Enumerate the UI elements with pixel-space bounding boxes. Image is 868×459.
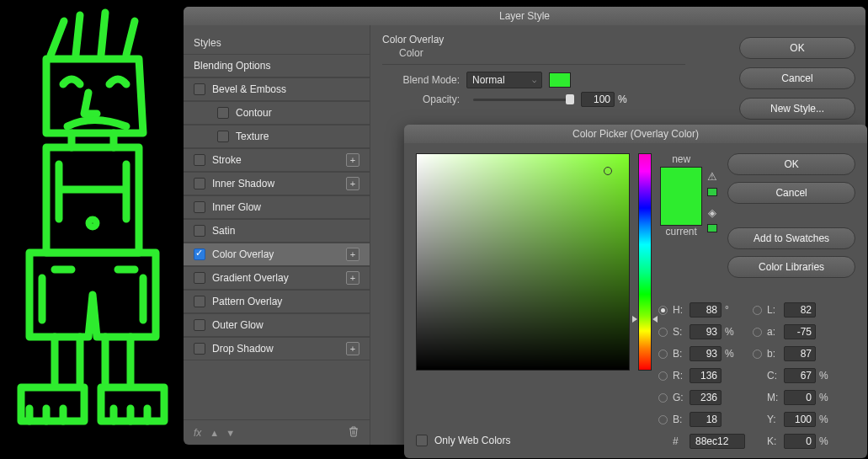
style-item-stroke[interactable]: Stroke+ <box>184 148 370 172</box>
blending-options-item[interactable]: Blending Options <box>184 54 370 77</box>
color-field[interactable] <box>416 153 630 371</box>
new-style-button[interactable]: New Style... <box>739 98 855 120</box>
style-item-label: Pattern Overlay <box>212 296 282 307</box>
style-item-pattern-overlay[interactable]: Pattern Overlay <box>184 290 370 313</box>
r-field[interactable]: 136 <box>690 368 722 383</box>
style-checkbox[interactable] <box>194 296 205 307</box>
l-field[interactable]: 82 <box>784 302 816 318</box>
add-to-swatches-button[interactable]: Add to Swatches <box>727 227 855 249</box>
style-item-label: Texture <box>236 131 269 142</box>
styles-header[interactable]: Styles <box>184 32 370 54</box>
color-values-grid: H:88° L:82 S:93% a:-75 B:93% b:87 R:136 … <box>658 300 855 451</box>
style-item-label: Gradient Overlay <box>212 272 289 284</box>
color-field-cursor <box>604 167 612 175</box>
g-field[interactable]: 236 <box>690 390 722 405</box>
ok-button[interactable]: OK <box>739 37 855 59</box>
m-field[interactable]: 0 <box>784 390 816 405</box>
svg-point-0 <box>89 220 96 227</box>
a-radio[interactable] <box>753 328 762 337</box>
only-web-colors-label: Only Web Colors <box>434 435 510 446</box>
styles-footer: fx ▲ ▼ <box>184 419 370 445</box>
add-effect-icon[interactable]: + <box>346 153 359 167</box>
style-item-color-overlay[interactable]: Color Overlay+ <box>184 243 370 266</box>
style-checkbox[interactable] <box>217 131 229 142</box>
style-checkbox[interactable] <box>194 201 205 213</box>
add-effect-icon[interactable]: + <box>346 342 359 355</box>
canvas-preview <box>0 0 184 459</box>
add-effect-icon[interactable]: + <box>346 271 359 285</box>
style-item-contour[interactable]: Contour <box>184 101 370 125</box>
style-item-label: Drop Shadow <box>212 343 274 355</box>
style-item-texture[interactable]: Texture <box>184 125 370 148</box>
s-radio[interactable] <box>658 328 668 337</box>
style-item-bevel-emboss[interactable]: Bevel & Emboss <box>184 77 370 101</box>
opacity-slider[interactable] <box>473 99 574 101</box>
new-color-swatch <box>661 168 701 196</box>
opacity-field[interactable]: 100 <box>581 92 615 107</box>
add-effect-icon[interactable]: + <box>346 177 359 190</box>
blend-mode-select[interactable]: Normal ⌵ <box>466 72 542 88</box>
add-effect-icon[interactable]: + <box>346 248 359 261</box>
style-item-label: Satin <box>212 225 235 237</box>
b-lab-field[interactable]: 87 <box>784 346 816 361</box>
websafe-warning-icon[interactable]: ◈ <box>708 206 716 219</box>
style-checkbox[interactable] <box>194 83 205 95</box>
style-item-satin[interactable]: Satin <box>184 219 370 243</box>
style-checkbox[interactable] <box>194 225 205 237</box>
websafe-swatch[interactable] <box>707 224 717 232</box>
blend-mode-label: Blend Mode: <box>382 74 466 86</box>
overlay-color-swatch[interactable] <box>549 72 571 88</box>
b-lab-radio[interactable] <box>753 350 762 359</box>
a-field[interactable]: -75 <box>784 324 816 339</box>
current-label: current <box>660 226 702 238</box>
color-picker-dialog: Color Picker (Overlay Color) new current… <box>404 125 867 458</box>
s-field[interactable]: 93 <box>690 324 722 339</box>
cp-ok-button[interactable]: OK <box>727 153 855 175</box>
current-color-swatch[interactable] <box>661 196 701 225</box>
gamut-swatch[interactable] <box>707 188 717 196</box>
hue-slider[interactable] <box>638 153 652 371</box>
h-radio[interactable] <box>658 306 668 315</box>
r-radio[interactable] <box>658 371 668 381</box>
style-item-inner-shadow[interactable]: Inner Shadow+ <box>184 172 370 195</box>
styles-sidebar: Styles Blending Options Bevel & EmbossCo… <box>184 25 370 445</box>
only-web-colors-checkbox[interactable] <box>416 435 428 446</box>
style-checkbox[interactable] <box>194 272 205 284</box>
style-checkbox[interactable] <box>194 154 205 166</box>
hex-field[interactable]: 88ec12 <box>690 434 745 449</box>
style-item-gradient-overlay[interactable]: Gradient Overlay+ <box>184 266 370 290</box>
style-item-inner-glow[interactable]: Inner Glow <box>184 195 370 219</box>
section-subtitle: Color <box>399 47 727 59</box>
style-item-label: Bevel & Emboss <box>212 83 286 95</box>
b-rgb-radio[interactable] <box>658 415 668 424</box>
b-hsb-radio[interactable] <box>658 350 668 359</box>
style-item-outer-glow[interactable]: Outer Glow <box>184 313 370 337</box>
y-field[interactable]: 100 <box>784 412 816 427</box>
fx-label[interactable]: fx <box>194 427 201 439</box>
g-radio[interactable] <box>658 393 668 403</box>
section-title: Color Overlay <box>382 34 727 45</box>
style-checkbox[interactable] <box>194 343 205 355</box>
style-checkbox[interactable] <box>194 248 205 260</box>
color-libraries-button[interactable]: Color Libraries <box>727 256 855 278</box>
style-checkbox[interactable] <box>194 319 205 331</box>
h-field[interactable]: 88 <box>690 302 722 318</box>
arrow-up-icon[interactable]: ▲ <box>210 428 219 438</box>
gamut-warning-icon[interactable]: ⚠ <box>707 170 717 183</box>
style-checkbox[interactable] <box>217 107 229 119</box>
arrow-down-icon[interactable]: ▼ <box>226 428 235 438</box>
style-checkbox[interactable] <box>194 178 205 189</box>
b-rgb-field[interactable]: 18 <box>690 412 722 427</box>
b-hsb-field[interactable]: 93 <box>690 346 722 361</box>
style-item-drop-shadow[interactable]: Drop Shadow+ <box>184 337 370 360</box>
opacity-label: Opacity: <box>382 93 466 105</box>
style-item-label: Outer Glow <box>212 319 264 331</box>
cancel-button[interactable]: Cancel <box>739 67 855 89</box>
color-picker-title: Color Picker (Overlay Color) <box>404 125 867 143</box>
k-field[interactable]: 0 <box>784 434 816 449</box>
l-radio[interactable] <box>753 306 762 315</box>
c-field[interactable]: 67 <box>784 368 816 383</box>
opacity-unit: % <box>618 93 627 105</box>
trash-icon[interactable] <box>348 425 359 440</box>
cp-cancel-button[interactable]: Cancel <box>727 182 855 204</box>
